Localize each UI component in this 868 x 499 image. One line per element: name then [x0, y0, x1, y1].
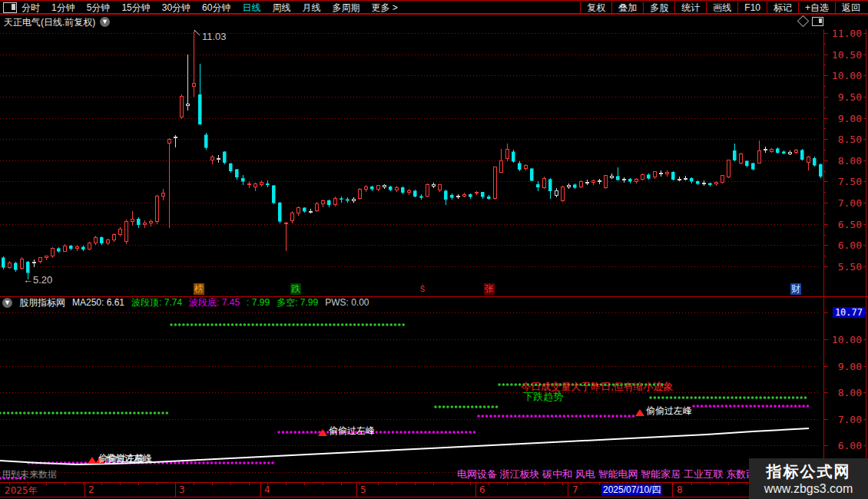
event-marker-榜[interactable]: 榜: [194, 283, 204, 295]
menu-item-周线[interactable]: 周线: [272, 2, 290, 14]
trading-app-window: 分时1分钟5分钟15分钟30分钟60分钟日线周线月线多周期更多 > 复权叠加多股…: [0, 0, 868, 499]
event-marker-张[interactable]: 张: [484, 283, 495, 295]
time-axis-divider: [568, 483, 568, 497]
time-axis-tick: [544, 483, 545, 485]
low-price-annotation: ←5.20: [23, 274, 52, 286]
menu-item-分时[interactable]: 分时: [22, 2, 40, 14]
time-axis-tick: [194, 483, 194, 485]
menu-item-复权[interactable]: 复权: [580, 2, 611, 14]
time-axis-tick: [120, 483, 121, 485]
menu-item-日线[interactable]: 日线: [242, 2, 260, 14]
watermark-box: 指标公式网 www.zbgs3.com: [749, 458, 868, 499]
signal-label: 偷偷过左峰: [106, 452, 152, 465]
indicator-header-item: MA250: 6.61: [72, 297, 124, 308]
price-axis-label: 8.00: [838, 154, 862, 166]
time-axis-tick: [525, 483, 526, 485]
tools-menu: 复权叠加多股统计画线F10标记+自选返回: [580, 2, 866, 14]
indicator-axis-label: 6.00: [838, 440, 862, 451]
menu-item-多股[interactable]: 多股: [643, 2, 674, 14]
menu-item-+自选[interactable]: +自选: [798, 2, 835, 14]
time-axis-tick: [507, 483, 508, 485]
time-axis-tick: [286, 483, 287, 485]
menu-item-多周期[interactable]: 多周期: [332, 2, 359, 14]
chart-canvas: [0, 0, 868, 499]
time-axis-tick: [212, 483, 213, 485]
price-axis-label: 6.00: [838, 240, 862, 251]
time-axis-tick: [138, 483, 139, 485]
time-axis-tick: [323, 483, 323, 485]
menu-item-画线[interactable]: 画线: [706, 2, 737, 14]
time-axis-tick: [230, 483, 231, 485]
time-axis[interactable]: 2025年23456782025/07/10/四: [0, 482, 868, 497]
price-axis-label: 9.00: [838, 112, 862, 124]
time-axis-tick: [157, 483, 157, 485]
indicator-header-item: : 7.99: [247, 297, 270, 308]
time-axis-label: 2: [88, 484, 94, 495]
menu-item-统计[interactable]: 统计: [674, 2, 706, 14]
menu-item-F10[interactable]: F10: [737, 2, 767, 14]
indicator-header-item: 股朋指标网: [19, 296, 65, 309]
chevron-down-icon[interactable]: ▼: [2, 298, 12, 308]
time-axis-tick: [378, 483, 379, 485]
event-marker-跌[interactable]: 跌: [290, 283, 301, 295]
time-axis-divider: [475, 483, 476, 497]
menu-item-更多 >[interactable]: 更多 >: [371, 2, 397, 14]
indicator-axis-label: 9.00: [838, 361, 862, 372]
chart-title-bar: 天正电气(日线.前复权) ▼: [0, 15, 820, 28]
menu-item-叠加[interactable]: 叠加: [611, 2, 643, 14]
time-axis-tick: [46, 483, 47, 485]
time-axis-divider: [260, 483, 261, 497]
menu-item-15分钟[interactable]: 15分钟: [121, 2, 150, 14]
menu-item-30分钟[interactable]: 30分钟: [162, 2, 190, 14]
menu-item-60分钟[interactable]: 60分钟: [202, 2, 230, 14]
price-axis-label: 7.00: [838, 197, 862, 209]
price-axis-label: 10.50: [832, 48, 862, 60]
time-axis-tick: [691, 483, 692, 485]
event-marker-ŝ[interactable]: ŝ: [417, 283, 428, 295]
panel-layout-icon[interactable]: [812, 17, 823, 26]
time-axis-tick: [304, 483, 305, 485]
time-axis-label: 5: [360, 484, 366, 495]
current-date-badge: 2025/07/10/四: [601, 484, 662, 495]
event-marker-财[interactable]: 财: [790, 283, 801, 295]
window-panel-icon[interactable]: [3, 2, 17, 13]
watermark-title: 指标公式网: [749, 461, 868, 482]
time-axis-tick: [673, 483, 674, 485]
time-axis-label: 2025年: [5, 484, 38, 497]
time-axis-label: 4: [264, 484, 270, 495]
time-axis-tick: [249, 483, 250, 485]
menu-item-标记[interactable]: 标记: [767, 2, 798, 14]
time-axis-tick: [489, 483, 489, 485]
indicator-header-item: 波段顶: 7.74: [131, 296, 182, 309]
stock-title[interactable]: 天正电气(日线.前复权): [4, 16, 95, 29]
time-axis-tick: [65, 483, 65, 485]
indicator-axis-label: 8.00: [838, 387, 862, 398]
time-axis-tick: [710, 483, 711, 485]
price-axis-label: 10.00: [832, 70, 862, 81]
price-axis-label: 5.50: [838, 260, 862, 272]
time-axis-tick: [562, 483, 563, 485]
indicator-header-item: 多空: 7.99: [277, 296, 318, 309]
time-axis-label: 7: [572, 484, 578, 495]
menu-item-1分钟[interactable]: 1分钟: [51, 2, 75, 14]
time-axis-tick: [452, 483, 452, 485]
indicator-header-item: 波段底: 7.45: [189, 296, 240, 309]
time-axis-tick: [341, 483, 342, 485]
trend-comment-text: 下跌趋势: [523, 390, 563, 404]
time-axis-tick: [747, 483, 747, 485]
menu-item-返回[interactable]: 返回: [835, 2, 866, 14]
watermark-url: www.zbgs3.com: [749, 482, 868, 496]
chevron-down-icon[interactable]: ▼: [100, 17, 110, 27]
peak-price-annotation: 11.03: [202, 31, 227, 42]
indicator-header-item: PWS: 0.00: [325, 297, 369, 308]
menu-item-5分钟[interactable]: 5分钟: [87, 2, 111, 14]
future-data-note: 用到未来数据: [2, 468, 57, 481]
menu-item-月线[interactable]: 月线: [302, 2, 320, 14]
time-axis-tick: [175, 483, 176, 485]
indicator-axis-label: 7.00: [838, 414, 862, 425]
price-axis-label: 7.50: [838, 176, 862, 187]
signal-label: 偷偷过左峰: [329, 425, 375, 438]
top-menu-bar: 分时1分钟5分钟15分钟30分钟60分钟日线周线月线多周期更多 > 复权叠加多股…: [0, 0, 868, 14]
signal-label: 偷偷过左峰: [646, 405, 692, 418]
time-axis-tick: [415, 483, 416, 485]
